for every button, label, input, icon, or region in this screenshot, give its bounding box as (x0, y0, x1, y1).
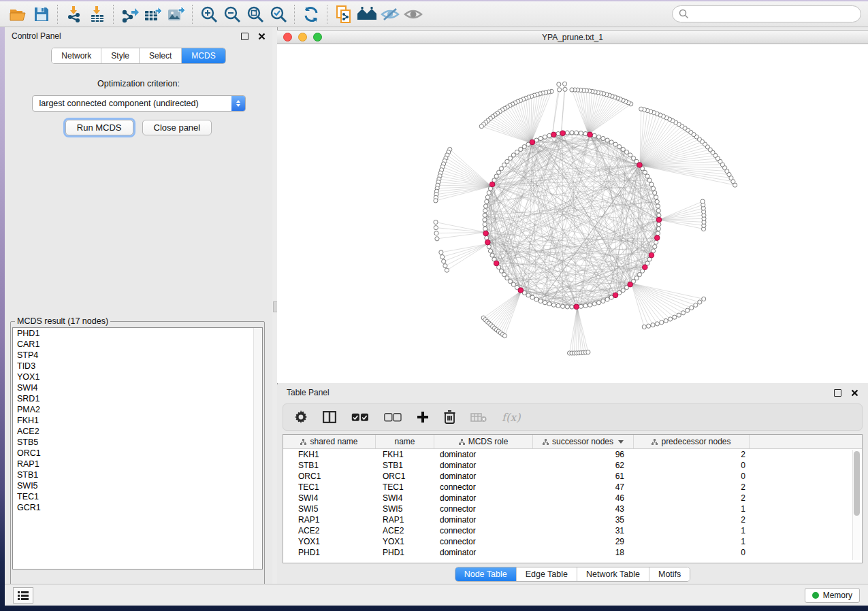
mcds-node-item[interactable]: TEC1 (13, 491, 262, 502)
cell-shared-name: FKH1 (283, 450, 376, 459)
mcds-node-item[interactable]: PMA2 (13, 404, 262, 415)
network-graph[interactable] (277, 44, 867, 383)
table-scrollbar[interactable] (852, 450, 861, 560)
cell-successor-nodes: 43 (533, 504, 634, 514)
cell-shared-name: PHD1 (283, 548, 376, 557)
zoom-out-icon[interactable] (221, 4, 244, 24)
mcds-node-item[interactable]: STB5 (13, 437, 262, 448)
zoom-fit-icon[interactable] (244, 4, 267, 24)
delete-table-icon[interactable] (470, 412, 487, 423)
close-table-panel-icon[interactable] (851, 389, 858, 397)
mcds-result-list[interactable]: PHD1CAR1STP4TID3YOX1SWI4SRD1PMA2FKH1ACE2… (12, 327, 263, 569)
mcds-node-item[interactable]: GCR1 (13, 502, 262, 513)
save-icon[interactable] (30, 4, 53, 24)
tab-select[interactable]: Select (140, 48, 182, 63)
mcds-node-item[interactable]: ACE2 (13, 426, 262, 437)
cell-name: SWI4 (376, 493, 434, 503)
column-header-MCDS-role[interactable]: MCDS role (434, 435, 533, 448)
first-neighbors-icon[interactable] (355, 4, 379, 24)
search-icon (679, 9, 689, 19)
cell-predecessor-nodes: 2 (634, 482, 750, 492)
memory-label: Memory (823, 591, 852, 600)
mcds-node-item[interactable]: ORC1 (13, 448, 262, 459)
delete-column-icon[interactable] (444, 410, 455, 424)
column-header-successor-nodes[interactable]: successor nodes (533, 435, 634, 448)
mcds-node-item[interactable]: SWI4 (13, 382, 262, 393)
tab-network[interactable]: Network (52, 48, 101, 63)
network-titlebar[interactable]: YPA_prune.txt_1 (277, 30, 868, 44)
memory-button[interactable]: Memory (805, 588, 860, 603)
column-header-predecessor-nodes[interactable]: predecessor nodes (634, 435, 750, 448)
mcds-node-item[interactable]: YOX1 (13, 371, 262, 382)
column-icon[interactable] (323, 411, 336, 423)
optimization-criterion-label: Optimization criterion: (5, 79, 272, 88)
export-network-icon[interactable] (118, 4, 142, 24)
deselect-all-icon[interactable] (384, 413, 402, 422)
table-row[interactable]: STB1STB1dominator620 (283, 460, 862, 471)
tab-network-table[interactable]: Network Table (577, 567, 649, 581)
cell-successor-nodes: 46 (533, 493, 634, 503)
cell-shared-name: YOX1 (283, 537, 376, 546)
cell-shared-name: ORC1 (283, 472, 376, 481)
table-row[interactable]: YOX1YOX1connector291 (283, 536, 862, 547)
column-header-name[interactable]: name (376, 435, 434, 448)
table-row[interactable]: RAP1RAP1dominator352 (283, 514, 862, 525)
tab-mcds[interactable]: MCDS (182, 48, 225, 63)
mcds-node-item[interactable]: SWI5 (13, 480, 262, 491)
cell-name: FKH1 (376, 450, 434, 459)
float-table-panel-icon[interactable] (834, 389, 841, 397)
cell-MCDS-role: dominator (434, 548, 533, 557)
import-table-icon[interactable] (86, 4, 109, 24)
open-icon[interactable] (7, 4, 30, 24)
duplicate-network-icon[interactable] (332, 4, 355, 24)
memory-status-dot (812, 592, 819, 599)
table-row[interactable]: SWI4SWI4dominator462 (283, 493, 862, 503)
table-row[interactable]: TEC1TEC1connector472 (283, 482, 862, 493)
mcds-node-item[interactable]: CAR1 (13, 339, 262, 350)
export-table-icon[interactable] (142, 4, 165, 24)
table-row[interactable]: ORC1ORC1dominator610 (283, 471, 862, 482)
mcds-list-scrollbar[interactable] (253, 328, 262, 569)
tab-style[interactable]: Style (101, 48, 140, 63)
cell-MCDS-role: connector (434, 482, 533, 492)
column-header-shared-name[interactable]: shared name (283, 435, 376, 448)
table-row[interactable]: FKH1FKH1dominator962 (283, 449, 862, 460)
network-canvas[interactable] (277, 44, 868, 383)
table-toolbar: f(x) (283, 403, 863, 431)
function-builder-icon[interactable]: f(x) (502, 411, 520, 424)
hide-selected-icon[interactable] (379, 4, 402, 24)
table-row[interactable]: ACE2ACE2connector311 (283, 525, 862, 536)
refresh-icon[interactable] (300, 4, 323, 24)
mcds-node-item[interactable]: STB1 (13, 469, 262, 480)
cell-name: ACE2 (376, 526, 434, 535)
export-image-icon[interactable] (165, 4, 188, 24)
mcds-node-item[interactable]: SRD1 (13, 393, 262, 404)
cell-predecessor-nodes: 2 (634, 493, 750, 503)
tab-edge-table[interactable]: Edge Table (517, 567, 577, 581)
zoom-in-icon[interactable] (197, 4, 221, 24)
show-all-icon[interactable] (402, 4, 425, 24)
gear-icon[interactable] (294, 410, 308, 424)
zoom-selected-icon[interactable] (267, 4, 290, 24)
import-network-icon[interactable] (63, 4, 86, 24)
table-row[interactable]: SWI5SWI5connector431 (283, 503, 862, 514)
criterion-select[interactable]: largest connected component (undirected) (32, 95, 246, 112)
app-window: Control Panel NetworkStyleSelectMCDS Opt… (5, 27, 868, 606)
close-panel-button[interactable]: Close panel (142, 120, 212, 135)
close-panel-icon[interactable] (258, 33, 266, 40)
control-panel-tabbar: NetworkStyleSelectMCDS (51, 48, 225, 64)
tab-motifs[interactable]: Motifs (649, 567, 690, 581)
task-history-icon[interactable] (13, 587, 33, 604)
tab-node-table[interactable]: Node Table (455, 567, 517, 581)
float-panel-icon[interactable] (241, 33, 248, 40)
mcds-node-item[interactable]: RAP1 (13, 459, 262, 469)
select-all-icon[interactable] (351, 413, 369, 422)
mcds-node-item[interactable]: TID3 (13, 361, 262, 371)
search-input[interactable] (672, 5, 861, 22)
table-row[interactable]: PHD1PHD1dominator180 (283, 547, 862, 558)
run-mcds-button[interactable]: Run MCDS (65, 120, 133, 135)
mcds-node-item[interactable]: STP4 (13, 350, 262, 361)
mcds-node-item[interactable]: PHD1 (13, 328, 262, 339)
add-column-icon[interactable] (417, 411, 429, 423)
mcds-node-item[interactable]: FKH1 (13, 415, 262, 426)
